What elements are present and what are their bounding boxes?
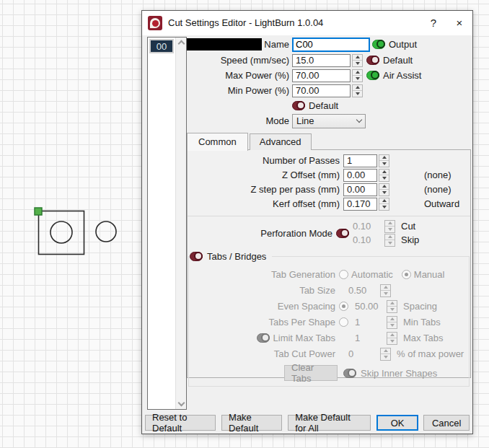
- perforation-toggle[interactable]: [336, 229, 349, 238]
- scroll-down-icon[interactable]: [177, 400, 185, 407]
- tab-common[interactable]: Common: [187, 133, 248, 151]
- automatic-radio: [339, 270, 348, 279]
- canvas-outer-circle-shape[interactable]: [96, 221, 116, 242]
- z-offset-hint: (none): [424, 170, 451, 180]
- mode-dropdown[interactable]: Line: [292, 114, 366, 128]
- tabs-bridges-toggle[interactable]: [190, 252, 203, 261]
- perforation-skip-label: Skip: [401, 234, 419, 245]
- kerf-spinbox[interactable]: 0.170: [343, 198, 389, 211]
- title-bar[interactable]: Cut Settings Editor - LightBurn 1.0.04 ?…: [142, 11, 472, 35]
- spin-up-icon[interactable]: [353, 70, 362, 76]
- min-power-spinbox[interactable]: 70.00: [292, 84, 363, 97]
- make-default-for-all-button[interactable]: Make Default for All: [288, 415, 370, 431]
- automatic-label: Automatic: [351, 269, 393, 280]
- lightburn-app-icon: [148, 16, 162, 30]
- spin-up-icon[interactable]: [379, 198, 389, 204]
- passes-spinbox[interactable]: 1: [343, 154, 389, 167]
- default-toggle[interactable]: [292, 101, 305, 110]
- speed-default-label: Default: [383, 55, 413, 66]
- min-tabs-suffix: Min Tabs: [403, 317, 441, 328]
- name-label: Name: [262, 39, 292, 50]
- cut-settings-editor-dialog: Cut Settings Editor - LightBurn 1.0.04 ?…: [141, 10, 473, 434]
- close-icon[interactable]: ×: [446, 12, 472, 34]
- make-default-button[interactable]: Make Default: [221, 415, 282, 431]
- limit-max-tabs-label: Limit Max Tabs: [273, 333, 335, 343]
- default-label: Default: [309, 100, 338, 111]
- skip-inner-shapes-label: Skip Inner Shapes: [361, 368, 437, 379]
- tab-advanced[interactable]: Advanced: [250, 133, 312, 150]
- output-label: Output: [389, 39, 417, 50]
- output-toggle[interactable]: [372, 40, 385, 49]
- perforation-skip-spinbox: 0.10: [349, 234, 395, 247]
- kerf-label: Kerf offset (mm): [188, 198, 343, 209]
- max-tabs-suffix: Max Tabs: [403, 333, 443, 343]
- tab-cut-power-suffix: % of max power: [397, 348, 464, 359]
- list-scrollbar[interactable]: [175, 38, 186, 409]
- selection-handle[interactable]: [35, 208, 42, 215]
- scroll-up-icon[interactable]: [177, 40, 185, 48]
- tabs-per-shape-radio: [339, 317, 348, 327]
- tab-generation-label: Tab Generation: [189, 269, 339, 280]
- spin-down-icon[interactable]: [379, 160, 389, 167]
- tab-cut-power-label: Tab Cut Power: [189, 348, 339, 359]
- air-assist-toggle[interactable]: [366, 71, 379, 80]
- clear-tabs-button: Clear Tabs: [284, 365, 338, 381]
- spin-down-icon[interactable]: [353, 75, 362, 82]
- max-power-spinbox[interactable]: 70.00: [292, 69, 363, 82]
- name-input[interactable]: [292, 38, 370, 52]
- skip-inner-shapes-toggle: [343, 369, 356, 378]
- tabs-per-shape-label: Tabs Per Shape: [189, 317, 339, 328]
- speed-default-toggle[interactable]: [366, 56, 379, 65]
- speed-label: Speed (mm/sec): [187, 55, 292, 66]
- passes-label: Number of Passes: [188, 155, 343, 166]
- spin-up-icon[interactable]: [353, 55, 362, 61]
- even-spacing-radio: [339, 302, 348, 311]
- tab-cut-power-spinbox: 0: [345, 348, 391, 361]
- tabs-bridges-group: Tabs / Bridges Tab Generation Automatic …: [188, 256, 470, 387]
- spin-up-icon[interactable]: [379, 184, 389, 190]
- cancel-button[interactable]: Cancel: [423, 415, 470, 431]
- divider: [188, 216, 470, 216]
- canvas-inner-circle-shape[interactable]: [50, 221, 72, 243]
- kerf-direction: Outward: [424, 198, 459, 209]
- cut-layer-list: 00: [147, 37, 187, 410]
- spin-down-icon[interactable]: [379, 189, 389, 196]
- speed-spinbox[interactable]: 15.0: [292, 54, 363, 67]
- spin-down-icon[interactable]: [353, 90, 362, 97]
- z-offset-label: Z Offset (mm): [188, 170, 343, 180]
- perforation-cut-label: Cut: [401, 221, 415, 232]
- help-icon[interactable]: ?: [420, 12, 446, 34]
- list-item-cut-00[interactable]: 00: [149, 39, 174, 53]
- spacing-suffix: Spacing: [403, 301, 437, 312]
- max-tabs-spinbox: 1: [351, 332, 397, 345]
- perforation-label: Perforation Mode: [260, 228, 332, 239]
- manual-label: Manual: [414, 269, 445, 280]
- spin-down-icon[interactable]: [379, 203, 389, 210]
- air-assist-label: Air Assist: [383, 70, 421, 81]
- even-spacing-label: Even Spacing: [189, 301, 339, 312]
- spin-down-icon[interactable]: [353, 60, 362, 66]
- min-power-label: Min Power (%): [187, 85, 292, 96]
- canvas-square-shape[interactable]: [39, 211, 84, 255]
- max-power-label: Max Power (%): [187, 70, 292, 81]
- spin-down-icon[interactable]: [379, 175, 389, 181]
- chevron-down-icon: [356, 117, 362, 123]
- spin-up-icon[interactable]: [379, 155, 389, 161]
- tabs-bridges-label: Tabs / Bridges: [207, 251, 266, 262]
- perforation-cut-spinbox: 0.10: [349, 220, 395, 233]
- z-step-spinbox[interactable]: 0.00: [343, 183, 389, 196]
- z-step-label: Z step per pass (mm): [188, 184, 343, 195]
- z-offset-spinbox[interactable]: 0.00: [343, 169, 389, 182]
- spin-up-icon[interactable]: [379, 170, 389, 175]
- layer-color-swatch[interactable]: [187, 38, 262, 50]
- z-step-hint: (none): [424, 184, 451, 195]
- min-tabs-spinbox: 1: [351, 316, 397, 329]
- spacing-spinbox: 50.00: [351, 300, 397, 313]
- manual-radio: [402, 270, 411, 279]
- spin-up-icon[interactable]: [353, 85, 362, 91]
- reset-to-default-button[interactable]: Reset to Default: [145, 415, 216, 431]
- common-tab-panel: Number of Passes 1 Z Offset (mm) 0.00 (n…: [187, 149, 471, 378]
- mode-label: Mode: [187, 115, 292, 126]
- ok-button[interactable]: OK: [376, 415, 419, 431]
- tab-size-label: Tab Size: [189, 285, 339, 296]
